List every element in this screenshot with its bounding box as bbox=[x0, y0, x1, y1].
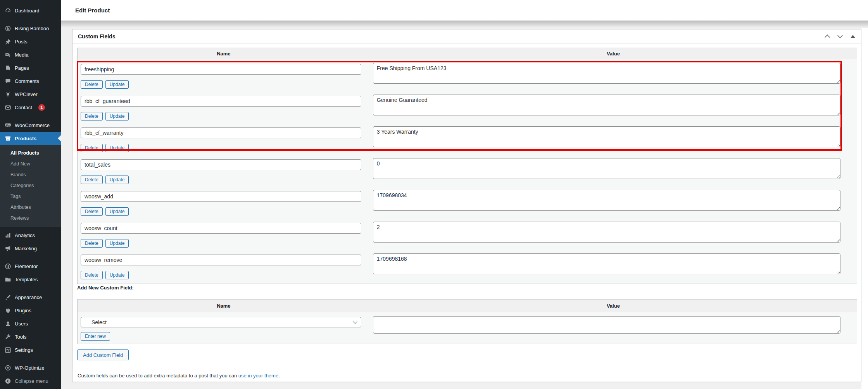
custom-field-name-input[interactable] bbox=[81, 159, 361, 170]
field-name-cell: Delete Update bbox=[78, 154, 370, 186]
sidebar-item-contact[interactable]: Contact1 bbox=[0, 101, 61, 114]
delete-button[interactable]: Delete bbox=[81, 112, 103, 120]
delete-button[interactable]: Delete bbox=[81, 144, 103, 152]
contact-icon bbox=[5, 104, 11, 111]
sidebar-item-posts[interactable]: Posts bbox=[0, 35, 61, 48]
sidebar-item-label: Contact bbox=[15, 105, 32, 110]
sidebar-item-templates[interactable]: Templates bbox=[0, 273, 61, 286]
delete-button[interactable]: Delete bbox=[81, 239, 103, 248]
delete-button[interactable]: Delete bbox=[81, 207, 103, 216]
delete-button[interactable]: Delete bbox=[81, 271, 103, 279]
custom-field-value-textarea[interactable] bbox=[373, 63, 840, 84]
new-field-value-cell bbox=[370, 312, 857, 344]
row-buttons: Delete Update bbox=[81, 207, 370, 216]
rising-bamboo-icon: b bbox=[4, 25, 11, 32]
custom-field-name-input[interactable] bbox=[81, 255, 361, 265]
custom-fields-panel: Custom Fields Name Value Delete Update bbox=[72, 29, 861, 382]
sidebar-item-label: Appearance bbox=[15, 294, 42, 300]
sidebar-item-marketing[interactable]: Marketing bbox=[0, 242, 61, 255]
custom-field-value-textarea[interactable] bbox=[373, 158, 840, 179]
update-button[interactable]: Update bbox=[105, 176, 129, 184]
svg-text:b: b bbox=[7, 26, 9, 30]
custom-field-row: Delete Update bbox=[78, 91, 857, 122]
update-button[interactable]: Update bbox=[105, 271, 129, 279]
move-up-button[interactable] bbox=[825, 34, 830, 39]
field-name-cell: Delete Update bbox=[78, 186, 370, 218]
update-button[interactable]: Update bbox=[105, 207, 129, 216]
delete-button[interactable]: Delete bbox=[81, 80, 103, 89]
sidebar-item-media[interactable]: Media bbox=[0, 48, 61, 61]
page-title: Edit Product bbox=[75, 7, 110, 14]
sidebar-item-dashboard[interactable]: Dashboard bbox=[0, 4, 61, 17]
custom-field-name-input[interactable] bbox=[81, 127, 361, 138]
wpclever-icon bbox=[4, 91, 11, 98]
settings-icon bbox=[4, 346, 11, 353]
field-value-cell bbox=[370, 154, 857, 186]
sidebar-item-comments[interactable]: Comments bbox=[0, 74, 61, 88]
chevron-up-icon bbox=[825, 34, 830, 40]
custom-field-row: Delete Update bbox=[78, 59, 857, 91]
woocommerce-icon: Woo bbox=[5, 122, 11, 129]
toggle-panel-button[interactable] bbox=[850, 34, 856, 39]
menu-separator bbox=[0, 17, 61, 22]
sidebar-item-users[interactable]: Users bbox=[0, 317, 61, 330]
sidebar-item-pages[interactable]: Pages bbox=[0, 61, 61, 74]
submenu-item-reviews[interactable]: Reviews bbox=[0, 213, 61, 224]
custom-field-value-textarea[interactable] bbox=[373, 190, 840, 211]
new-field-value-textarea[interactable] bbox=[373, 316, 840, 334]
scrollbar-track[interactable] bbox=[861, 28, 868, 389]
sidebar-item-label: Collapse menu bbox=[15, 378, 48, 384]
field-name-cell: Delete Update bbox=[78, 122, 370, 154]
update-button[interactable]: Update bbox=[105, 112, 129, 120]
enter-new-button[interactable]: Enter new bbox=[81, 332, 110, 341]
sidebar-item-wp-optimize[interactable]: WP-Optimize bbox=[0, 361, 61, 374]
update-button[interactable]: Update bbox=[105, 239, 129, 248]
submenu-item-tags[interactable]: Tags bbox=[0, 191, 61, 202]
custom-field-name-input[interactable] bbox=[81, 96, 361, 107]
submenu-item-all-products[interactable]: All Products bbox=[0, 148, 61, 158]
wordpress-admin-page: { "topbar": { "title": "Edit Product" },… bbox=[0, 0, 868, 389]
update-button[interactable]: Update bbox=[105, 144, 129, 152]
custom-field-name-input[interactable] bbox=[81, 64, 361, 75]
sidebar-item-elementor[interactable]: Elementor bbox=[0, 260, 61, 273]
field-value-cell bbox=[370, 186, 857, 218]
add-custom-field-button[interactable]: Add Custom Field bbox=[77, 349, 129, 360]
custom-field-value-textarea[interactable] bbox=[373, 95, 840, 115]
wp-optimize-icon bbox=[4, 364, 11, 371]
sidebar-item-settings[interactable]: Settings bbox=[0, 343, 61, 356]
sidebar-item-woocommerce[interactable]: WooWooCommerce bbox=[0, 119, 61, 132]
custom-field-name-input[interactable] bbox=[81, 223, 361, 234]
update-button[interactable]: Update bbox=[105, 80, 129, 89]
submenu-item-attributes[interactable]: Attributes bbox=[0, 202, 61, 213]
delete-button[interactable]: Delete bbox=[81, 176, 103, 184]
custom-field-name-input[interactable] bbox=[81, 191, 361, 202]
sidebar-item-wpclever[interactable]: WPClever bbox=[0, 88, 61, 101]
submenu-item-add-new[interactable]: Add New bbox=[0, 158, 61, 169]
row-buttons: Delete Update bbox=[81, 80, 370, 89]
sidebar-item-products[interactable]: Products bbox=[0, 132, 61, 145]
custom-field-row: Delete Update bbox=[78, 154, 857, 186]
use-in-your-theme-link[interactable]: use in your theme bbox=[238, 373, 278, 379]
field-name-select[interactable]: — Select — bbox=[81, 317, 361, 327]
move-down-button[interactable] bbox=[837, 34, 843, 39]
custom-field-value-textarea[interactable] bbox=[373, 222, 840, 243]
comments-icon bbox=[5, 78, 11, 84]
sidebar-item-plugins[interactable]: Plugins bbox=[0, 304, 61, 317]
marketing-icon bbox=[4, 245, 11, 252]
name-column-header: Name bbox=[78, 48, 370, 59]
sidebar-item-rising-bamboo[interactable]: bRising Bamboo bbox=[0, 22, 61, 35]
rising-bamboo-icon: b bbox=[5, 25, 11, 32]
appearance-icon bbox=[5, 294, 11, 301]
sidebar-item-tools[interactable]: Tools bbox=[0, 330, 61, 343]
sidebar-item-collapse-menu[interactable]: Collapse menu bbox=[0, 374, 61, 387]
submenu-item-brands[interactable]: Brands bbox=[0, 169, 61, 180]
wpclever-icon bbox=[5, 91, 11, 98]
custom-field-value-textarea[interactable] bbox=[373, 126, 840, 147]
admin-sidebar: DashboardbRising BambooPostsMediaPagesCo… bbox=[0, 0, 61, 389]
sidebar-item-analytics[interactable]: Analytics bbox=[0, 229, 61, 242]
sidebar-item-appearance[interactable]: Appearance bbox=[0, 291, 61, 304]
field-name-cell: Delete Update bbox=[78, 59, 370, 91]
sidebar-item-label: Analytics bbox=[15, 232, 35, 238]
submenu-item-categories[interactable]: Categories bbox=[0, 180, 61, 191]
custom-field-value-textarea[interactable] bbox=[373, 253, 840, 274]
